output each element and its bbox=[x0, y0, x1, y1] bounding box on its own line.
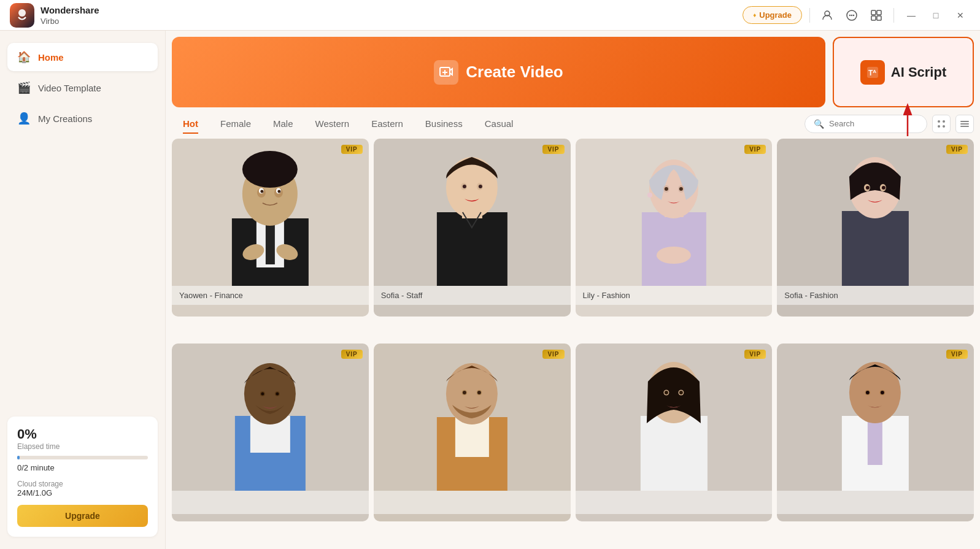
ai-script-panel[interactable]: TA AI Script bbox=[833, 37, 974, 107]
vip-badge-5: VIP bbox=[341, 350, 363, 359]
svg-point-78 bbox=[664, 391, 668, 394]
filter-tab-female[interactable]: Female bbox=[209, 113, 262, 134]
search-input[interactable] bbox=[829, 119, 918, 128]
progress-bar-bg bbox=[17, 456, 148, 459]
avatar-card-3[interactable]: VIP bbox=[576, 139, 773, 317]
vip-badge-6: VIP bbox=[542, 350, 564, 359]
create-video-button[interactable]: Create Video bbox=[172, 37, 825, 107]
avatar-card-5[interactable]: VIP bbox=[172, 344, 369, 521]
avatar-label-3: Lily - Fashion bbox=[576, 286, 773, 305]
svg-point-16 bbox=[938, 125, 940, 128]
svg-point-3 bbox=[849, 14, 851, 15]
avatar-card-8[interactable]: VIP bbox=[777, 344, 974, 521]
avatar-label-2: Sofia - Staff bbox=[374, 286, 571, 305]
minimize-button[interactable]: — bbox=[901, 6, 921, 25]
svg-point-72 bbox=[477, 391, 481, 394]
upgrade-sidebar-button[interactable]: Upgrade bbox=[17, 505, 148, 527]
chat-icon-button[interactable] bbox=[842, 6, 862, 25]
svg-point-60 bbox=[244, 363, 296, 424]
avatar-label-5 bbox=[172, 491, 369, 514]
list-view-icon bbox=[960, 119, 970, 129]
filter-tab-eastern[interactable]: Eastern bbox=[360, 113, 414, 134]
vip-badge-2: VIP bbox=[542, 145, 564, 154]
my-creations-icon: 👤 bbox=[17, 112, 31, 125]
svg-point-14 bbox=[938, 120, 940, 123]
vip-badge-3: VIP bbox=[744, 145, 766, 154]
avatar-card-4[interactable]: VIP bbox=[777, 139, 974, 317]
vip-badge-4: VIP bbox=[946, 145, 968, 154]
title-bar: Wondershare Virbo Upgrade bbox=[0, 0, 980, 31]
filter-tab-business[interactable]: Business bbox=[414, 113, 474, 134]
sidebar-item-my-creations[interactable]: 👤 My Creations bbox=[7, 104, 158, 132]
view-toggle-list[interactable] bbox=[955, 115, 974, 133]
sidebar-item-home-label: Home bbox=[38, 52, 64, 63]
svg-point-83 bbox=[849, 362, 901, 423]
divider bbox=[809, 8, 810, 23]
grid-view-icon bbox=[936, 119, 946, 129]
avatar-image-8 bbox=[777, 344, 974, 491]
filter-tab-western[interactable]: Western bbox=[304, 113, 361, 134]
create-video-label: Create Video bbox=[466, 63, 563, 82]
sidebar-item-home[interactable]: 🏠 Home bbox=[7, 43, 158, 71]
svg-point-56 bbox=[882, 186, 885, 190]
filter-tab-hot[interactable]: Hot bbox=[172, 113, 209, 134]
ai-script-label: AI Script bbox=[891, 64, 946, 80]
search-box: 🔍 bbox=[804, 115, 927, 133]
maximize-button[interactable]: □ bbox=[926, 6, 946, 25]
avatar-card-2[interactable]: VIP bbox=[374, 139, 571, 317]
upgrade-button[interactable]: Upgrade bbox=[743, 6, 802, 24]
usage-elapsed-label: Elapsed time bbox=[17, 442, 148, 451]
svg-rect-9 bbox=[877, 16, 881, 20]
usage-percent: 0% bbox=[17, 426, 148, 442]
sidebar-item-video-template[interactable]: 🎬 Video Template bbox=[7, 74, 158, 102]
svg-point-17 bbox=[943, 125, 945, 128]
chat-icon bbox=[846, 9, 858, 21]
avatar-image-2 bbox=[374, 139, 571, 286]
svg-rect-73 bbox=[640, 416, 707, 491]
view-toggle-grid[interactable] bbox=[932, 115, 951, 133]
ai-script-icon: TA bbox=[860, 60, 885, 85]
avatar-image-4 bbox=[777, 139, 974, 286]
svg-rect-19 bbox=[960, 123, 969, 125]
filter-tabs: Hot Female Male Western Eastern Business… bbox=[172, 113, 804, 134]
svg-point-4 bbox=[851, 14, 852, 15]
app-logo: Wondershare Virbo bbox=[10, 3, 743, 28]
main-layout: 🏠 Home 🎬 Video Template 👤 My Creations 0… bbox=[0, 31, 980, 549]
filter-tab-casual[interactable]: Casual bbox=[474, 113, 525, 134]
app-subname: Virbo bbox=[41, 17, 99, 26]
search-section: 🔍 bbox=[804, 115, 974, 133]
vip-badge-7: VIP bbox=[744, 350, 766, 359]
app-name: Wondershare bbox=[41, 4, 99, 17]
avatar-card-7[interactable]: VIP bbox=[576, 344, 773, 521]
grid-icon-button[interactable] bbox=[866, 6, 886, 25]
content-area: Create Video TA AI Script bbox=[166, 31, 980, 549]
sidebar: 🏠 Home 🎬 Video Template 👤 My Creations 0… bbox=[0, 31, 166, 549]
avatar-card-1[interactable]: VIP bbox=[172, 139, 369, 317]
avatar-image-6 bbox=[374, 344, 571, 491]
user-icon-button[interactable] bbox=[817, 6, 837, 25]
create-video-icon bbox=[434, 60, 458, 85]
svg-point-47 bbox=[664, 187, 668, 191]
svg-rect-34 bbox=[437, 212, 507, 286]
title-controls: Upgrade — □ ✕ bbox=[743, 6, 970, 25]
avatar-image-1 bbox=[172, 139, 369, 286]
filter-tab-male[interactable]: Male bbox=[262, 113, 304, 134]
svg-rect-50 bbox=[842, 211, 909, 286]
avatar-grid: VIP bbox=[166, 139, 980, 549]
avatar-label-4: Sofia - Fashion bbox=[777, 286, 974, 305]
vip-badge-8: VIP bbox=[946, 350, 968, 359]
svg-point-39 bbox=[463, 185, 466, 188]
avatar-label-6 bbox=[374, 491, 571, 514]
sidebar-item-video-template-label: Video Template bbox=[38, 83, 101, 93]
close-button[interactable]: ✕ bbox=[951, 6, 970, 25]
storage-value: 24M/1.0G bbox=[17, 488, 148, 497]
search-icon: 🔍 bbox=[814, 119, 824, 129]
avatar-image-5 bbox=[172, 344, 369, 491]
svg-point-25 bbox=[242, 151, 298, 188]
avatar-label-7 bbox=[576, 491, 773, 514]
avatar-card-6[interactable]: VIP bbox=[374, 344, 571, 521]
svg-point-87 bbox=[881, 391, 884, 394]
avatar-image-3 bbox=[576, 139, 773, 286]
home-icon: 🏠 bbox=[17, 50, 31, 64]
sidebar-item-my-creations-label: My Creations bbox=[38, 113, 92, 124]
